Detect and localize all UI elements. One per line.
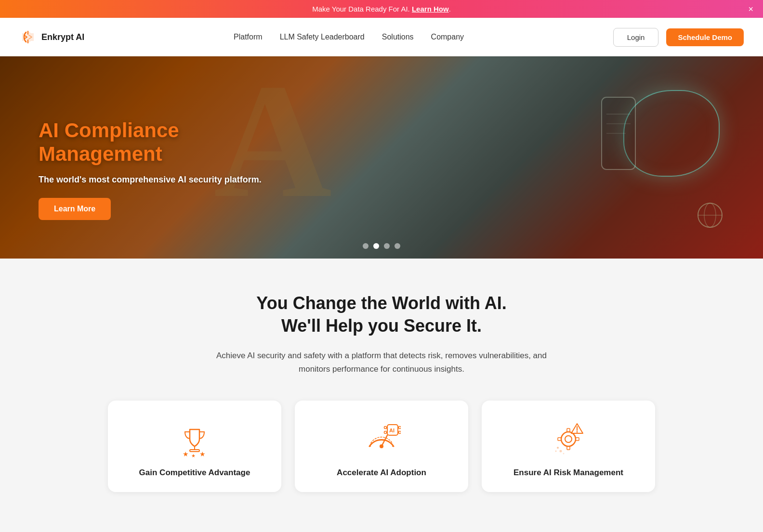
hero-section: AI Compliance Management The world's mos… xyxy=(0,56,763,259)
slide-dot-1[interactable] xyxy=(363,243,368,249)
logo-text: Enkrypt AI xyxy=(41,32,84,42)
svg-text:★: ★ xyxy=(183,450,189,458)
hero-right-visual xyxy=(551,76,734,239)
slide-dots xyxy=(363,243,400,249)
nav-company[interactable]: Company xyxy=(431,33,464,41)
svg-rect-8 xyxy=(190,450,199,452)
card-label-3: Ensure AI Risk Management xyxy=(497,468,640,478)
svg-point-16 xyxy=(384,427,387,429)
svg-point-19 xyxy=(399,431,401,434)
middle-subtitle: Achieve AI security and safety with a pl… xyxy=(213,349,550,377)
enkrypt-logo-icon xyxy=(19,28,37,46)
svg-text:AI: AI xyxy=(389,428,395,433)
card-risk: Ensure AI Risk Management xyxy=(482,401,655,492)
slide-dot-4[interactable] xyxy=(395,243,400,249)
feature-cards: ★ ★ ★ Gain Competitive Advantage xyxy=(92,401,671,492)
phone-mockup-icon xyxy=(599,95,638,172)
card-label-2: Accelerate AI Adoption xyxy=(310,468,453,478)
svg-point-18 xyxy=(399,427,401,429)
svg-point-22 xyxy=(565,436,572,442)
svg-point-29 xyxy=(557,447,559,449)
banner-text: Make Your Data Ready For AI. Learn How. xyxy=(312,5,451,13)
nav-actions: Login Schedule Demo xyxy=(613,28,744,47)
hero-learn-more-button[interactable]: Learn More xyxy=(39,198,111,220)
card-competitive: ★ ★ ★ Gain Competitive Advantage xyxy=(108,401,281,492)
nav-solutions[interactable]: Solutions xyxy=(382,33,414,41)
card-icon-speedometer: AI xyxy=(362,420,401,458)
svg-point-13 xyxy=(380,444,383,448)
main-navigation: Enkrypt AI Platform LLM Safety Leaderboa… xyxy=(0,18,763,56)
globe-icon xyxy=(696,201,724,230)
svg-text:★: ★ xyxy=(199,450,206,458)
slide-dot-3[interactable] xyxy=(384,243,390,249)
nav-llm-safety[interactable]: LLM Safety Leaderboard xyxy=(280,33,365,41)
hero-title: AI Compliance Management xyxy=(39,119,279,166)
svg-text:★: ★ xyxy=(191,453,196,458)
svg-point-17 xyxy=(384,431,387,434)
slide-dot-2[interactable] xyxy=(373,243,379,249)
logo-link[interactable]: Enkrypt AI xyxy=(19,28,84,46)
schedule-demo-button[interactable]: Schedule Demo xyxy=(666,28,744,46)
hero-subtitle: The world's most comprehensive AI securi… xyxy=(39,173,279,186)
banner-close-button[interactable]: × xyxy=(748,5,753,13)
card-label-1: Gain Competitive Advantage xyxy=(123,468,266,478)
hero-content: AI Compliance Management The world's mos… xyxy=(39,119,279,220)
card-icon-trophy: ★ ★ ★ xyxy=(175,420,214,458)
banner-link[interactable]: Learn How xyxy=(412,5,449,13)
svg-point-31 xyxy=(555,451,557,452)
middle-section: You Change the World with AI. We'll Help… xyxy=(0,259,763,516)
announcement-banner: Make Your Data Ready For AI. Learn How. … xyxy=(0,0,763,18)
card-adoption: AI Accelerate AI Adoption xyxy=(295,401,468,492)
svg-point-28 xyxy=(577,431,578,433)
login-button[interactable]: Login xyxy=(613,28,659,47)
svg-point-32 xyxy=(563,453,565,454)
brain-glow xyxy=(623,90,720,177)
nav-platform[interactable]: Platform xyxy=(234,33,263,41)
card-icon-risk xyxy=(549,420,588,458)
svg-point-30 xyxy=(560,450,562,453)
middle-title: You Change the World with AI. We'll Help… xyxy=(19,292,744,337)
nav-menu: Platform LLM Safety Leaderboard Solution… xyxy=(234,33,464,41)
